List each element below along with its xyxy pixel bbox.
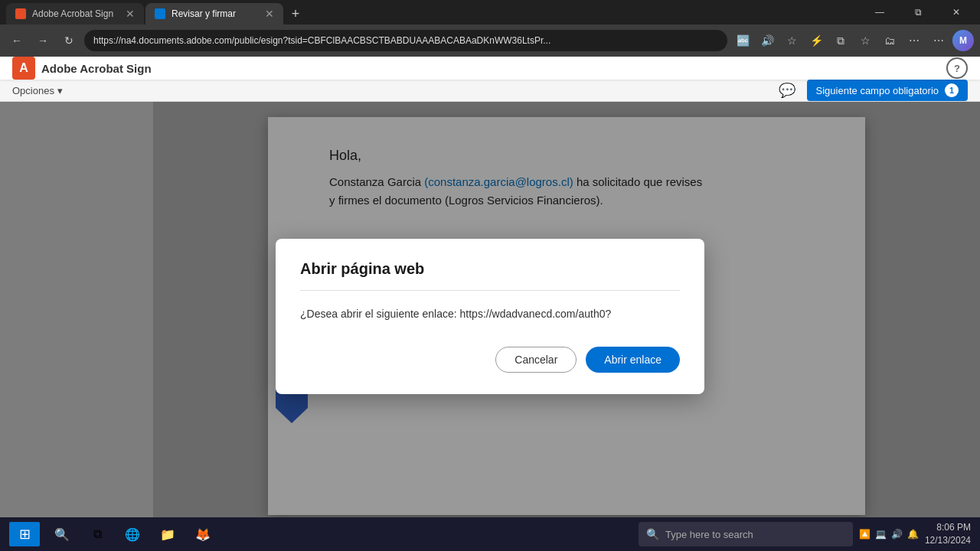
app-content: A Adobe Acrobat Sign ? Opciones ▾ 💬 Sigu… [0,57,980,517]
tray-icon-1[interactable]: 🔼 [859,529,871,540]
toolbar-right: 💬 Siguiente campo obligatorio 1 [776,80,968,101]
tab-revisar[interactable]: Revisar y firmar ✕ [145,3,283,24]
browser-frame: Adobe Acrobat Sign ✕ Revisar y firmar ✕ … [0,0,980,551]
clock[interactable]: 8:06 PM 12/13/2024 [925,521,971,547]
address-input[interactable] [84,30,727,51]
options-label: Opciones [12,85,54,96]
copilot-icon[interactable]: M [952,30,974,51]
app-header: A Adobe Acrobat Sign ? [0,57,980,80]
back-button[interactable]: ← [6,30,28,51]
taskbar: ⊞ 🔍 ⧉ 🌐 📁 🦊 🔍 Type here to search 🔼 💻 🔊 … [0,517,980,551]
new-tab-button[interactable]: + [285,3,306,24]
toolbar-icons: 🔤 🔊 ☆ ⚡ ⧉ ☆ 🗂 ⋯ ⋯ M [732,30,974,51]
app-header-right: ? [946,57,968,79]
tab-bar: Adobe Acrobat Sign ✕ Revisar y firmar ✕ … [6,0,862,24]
options-chevron-icon: ▾ [57,85,63,96]
windows-icon: ⊞ [19,526,31,543]
main-area: Hola, Constanza Garcia (constanza.garcia… [0,102,980,517]
taskbar-edge[interactable]: 🌐 [116,522,149,546]
taskbar-items: 🔍 ⧉ 🌐 📁 🦊 [46,522,632,546]
minimize-button[interactable]: — [862,0,897,24]
window-controls: — ⧉ ✕ [862,0,974,24]
help-button[interactable]: ? [946,57,968,79]
search-bar[interactable]: 🔍 Type here to search [639,522,853,546]
app-logo: A Adobe Acrobat Sign [12,57,152,80]
taskbar-explorer[interactable]: 📁 [152,522,184,546]
tab-revisar-label: Revisar y firmar [172,8,259,19]
taskbar-search[interactable]: 🔍 [46,522,78,546]
search-bar-icon: 🔍 [646,528,659,540]
close-button[interactable]: ✕ [939,0,974,24]
tray-icons: 🔼 💻 🔊 🔔 [859,529,919,540]
start-button[interactable]: ⊞ [9,522,40,546]
address-bar: ← → ↻ 🔤 🔊 ☆ ⚡ ⧉ ☆ 🗂 ⋯ ⋯ M [0,24,980,57]
modal-dialog: Abrir página web ¿Desea abrir el siguien… [276,239,704,394]
title-bar: Adobe Acrobat Sign ✕ Revisar y firmar ✕ … [0,0,980,24]
tray-icon-4[interactable]: 🔔 [907,529,919,540]
settings-icon[interactable]: ⋯ [928,30,949,51]
chat-icon[interactable]: 💬 [776,80,798,101]
restore-button[interactable]: ⧉ [900,0,936,24]
app-logo-icon: A [12,57,35,80]
browser-tools-icon[interactable]: ⚡ [805,30,827,51]
modal-actions: Cancelar Abrir enlace [300,347,680,373]
modal-title: Abrir página web [300,260,680,291]
adobe-favicon [15,8,26,19]
next-field-badge: 1 [945,83,959,97]
search-bar-text: Type here to search [665,529,753,540]
clock-date: 12/13/2024 [925,534,971,547]
app-name-label: Adobe Acrobat Sign [41,62,152,75]
next-field-label: Siguiente campo obligatorio [816,85,939,96]
revisar-favicon [155,8,165,19]
collections-icon[interactable]: 🗂 [879,30,900,51]
tab-acrobat[interactable]: Adobe Acrobat Sign ✕ [6,3,144,24]
modal-overlay: Abrir página web ¿Desea abrir el siguien… [0,102,980,517]
clock-time: 8:06 PM [925,521,971,534]
refresh-button[interactable]: ↻ [58,30,80,51]
tray-icon-2[interactable]: 💻 [875,529,887,540]
tab-acrobat-close[interactable]: ✕ [126,8,135,20]
translate-icon[interactable]: 🔤 [732,30,753,51]
split-icon[interactable]: ⧉ [830,30,851,51]
app-toolbar: Opciones ▾ 💬 Siguiente campo obligatorio… [0,80,980,102]
cancel-button[interactable]: Cancelar [495,347,577,373]
bookmarks-icon[interactable]: ☆ [854,30,876,51]
forward-button[interactable]: → [32,30,54,51]
favorites-icon[interactable]: ☆ [781,30,802,51]
taskbar-task-view[interactable]: ⧉ [81,522,113,546]
tray-icon-3[interactable]: 🔊 [891,529,903,540]
extensions-icon[interactable]: ⋯ [903,30,925,51]
modal-body: ¿Desea abrir el siguiente enlace: https:… [300,306,680,322]
options-button[interactable]: Opciones ▾ [12,85,63,96]
taskbar-firefox[interactable]: 🦊 [187,522,219,546]
next-field-button[interactable]: Siguiente campo obligatorio 1 [807,80,968,101]
tab-acrobat-label: Adobe Acrobat Sign [32,8,119,19]
read-aloud-icon[interactable]: 🔊 [756,30,778,51]
open-link-button[interactable]: Abrir enlace [586,347,680,373]
system-tray: 🔼 💻 🔊 🔔 8:06 PM 12/13/2024 [859,521,971,547]
tab-revisar-close[interactable]: ✕ [265,8,274,20]
